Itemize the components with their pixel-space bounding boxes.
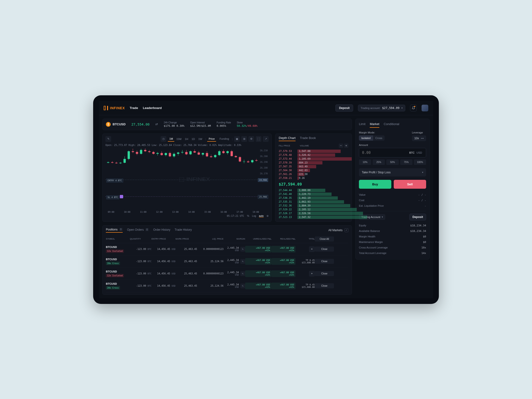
add-tpsl-button[interactable]: + — [309, 271, 315, 277]
chart-scale-Log[interactable]: Log — [252, 215, 256, 217]
margin-mode-option[interactable]: Isolated — [359, 135, 373, 141]
indicator-tool[interactable]: ◷ — [161, 136, 166, 142]
order-info-row: Value- / - — [359, 192, 426, 198]
notifications-button[interactable] — [410, 105, 417, 111]
chart-canvas[interactable]: ⬚ INFINEX 26,21026,20026,19026,18026,170… — [105, 147, 269, 210]
tpsl-expander[interactable]: Take Profit / Stop Loss ▾ — [359, 168, 426, 177]
depth-row[interactable]: 27,529.222,105.12 — [279, 208, 348, 211]
account-info-row: Maintenance Margin$0 — [359, 239, 426, 245]
unit-usd[interactable]: USD — [416, 151, 423, 154]
depth-row[interactable]: 27,579.531,547.88 — [279, 149, 348, 153]
draw-tool[interactable]: ✎ — [105, 136, 111, 142]
order-form-panel: LimitMarketConditional Margin Mode: Isol… — [355, 119, 430, 260]
chart-mode-funding[interactable]: Funding — [218, 136, 230, 142]
positions-tab[interactable]: Open Orders0 — [127, 228, 149, 232]
amount-percent-button[interactable]: 50% — [386, 159, 399, 165]
sidebar-deposit-button[interactable]: Deposit — [409, 214, 426, 220]
all-markets-checkbox[interactable]: ✓ — [344, 228, 348, 232]
positions-tab[interactable]: Order History — [153, 228, 170, 232]
unit-btc[interactable]: BTC — [408, 151, 416, 154]
position-row: BTCUSD12x Isolated -123.00 BTC 14,456.45… — [106, 268, 348, 280]
user-avatar[interactable] — [422, 105, 428, 111]
positions-tab[interactable]: Trade History — [175, 228, 192, 232]
leverage-selector[interactable]: 10x ⊶ — [412, 135, 426, 141]
position-row: BTCUSD28x Cross -123.00 BTC 14,456.45 US… — [106, 255, 348, 268]
depth-row[interactable]: 27,541.401,220.73 — [279, 192, 348, 196]
edit-margin-button[interactable]: ✎ — [240, 271, 245, 276]
depth-row[interactable]: 27,526.172,326.58 — [279, 211, 348, 215]
fullscreen-tool[interactable]: ⛶ — [256, 136, 261, 142]
edit-margin-button[interactable]: ✎ — [240, 284, 245, 288]
svg-rect-51 — [206, 153, 208, 156]
svg-rect-57 — [218, 151, 220, 155]
buy-button[interactable]: Buy — [359, 180, 391, 189]
chart-y-label: 26,180 — [260, 167, 268, 169]
nav-trade[interactable]: Trade — [130, 106, 138, 110]
depth-increase-button[interactable]: + — [344, 144, 348, 148]
swap-icon[interactable]: ⇄ — [155, 122, 158, 126]
depth-row[interactable]: 27,561.26221.30 — [279, 172, 348, 176]
brand-logo[interactable]: INFINEX — [104, 106, 125, 110]
close-position-button[interactable]: Close — [315, 247, 334, 252]
depth-row[interactable]: 27,538.351,442.19 — [279, 196, 348, 200]
nav-leaderboard[interactable]: Leaderboard — [143, 106, 162, 110]
edit-margin-button[interactable]: ✎ — [240, 259, 245, 264]
chart-settings-icon[interactable]: ⚙ — [266, 215, 269, 217]
timeframe-1H[interactable]: 1H — [184, 137, 190, 141]
amount-input[interactable] — [362, 151, 408, 155]
depth-row[interactable]: 27,570.39884.23 — [279, 161, 348, 165]
chart-scale-%[interactable]: % — [247, 215, 249, 217]
timeframe-1D[interactable]: 1D — [190, 137, 196, 141]
sell-button[interactable]: Sell — [394, 180, 426, 189]
pos-col-header: ENTRY PRICE — [152, 238, 176, 240]
timeframe-1W[interactable]: 1W — [197, 137, 204, 141]
pair-selector[interactable]: ₿ BTCUSD — [106, 122, 126, 127]
amount-percent-button[interactable]: 25% — [373, 159, 385, 165]
order-type-tab[interactable]: Conditional — [384, 122, 399, 128]
svg-rect-31 — [165, 153, 167, 155]
compare-tool[interactable]: ⊞ — [241, 136, 247, 142]
depth-row[interactable]: 27,523.132,547.32 — [279, 215, 348, 219]
sl-close-button[interactable] — [120, 195, 123, 198]
chart-mode-price[interactable]: Price — [207, 136, 216, 142]
depth-row[interactable]: 27,573.441,105.69 — [279, 157, 348, 161]
deposit-button[interactable]: Deposit — [335, 104, 353, 112]
chart-scale-auto[interactable]: auto — [259, 215, 264, 217]
svg-rect-33 — [169, 153, 171, 156]
add-tpsl-button[interactable]: + — [309, 246, 315, 252]
account-selector[interactable]: Trading account: $27,594.09 ▾ — [358, 105, 405, 111]
timeframe-1M[interactable]: 1M — [168, 136, 174, 142]
depth-row[interactable]: 27,535.311,662.93 — [279, 200, 348, 204]
depth-tab[interactable]: Trade Book — [300, 136, 316, 141]
close-all-button[interactable]: Close All — [315, 236, 334, 241]
amount-percent-button[interactable]: 10% — [359, 159, 371, 165]
edit-margin-button[interactable]: ✎ — [240, 247, 245, 252]
close-position-button[interactable]: Close — [315, 283, 334, 288]
depth-row[interactable]: 27,544.441,000.00 — [279, 189, 348, 192]
close-position-button[interactable]: Close — [315, 271, 334, 276]
snapshot-tool[interactable]: ▣ — [234, 136, 240, 142]
close-position-button[interactable]: Close — [315, 259, 334, 264]
depth-row[interactable]: 27,576.481,326.42 — [279, 153, 348, 157]
margin-mode-toggle[interactable]: IsolatedCross — [359, 135, 385, 141]
order-type-tab[interactable]: Limit — [359, 122, 365, 128]
depth-row[interactable]: 27,532.361,884.39 — [279, 204, 348, 208]
svg-rect-69 — [243, 161, 245, 162]
depth-tab[interactable]: Depth Chart — [279, 136, 296, 141]
settings-tool[interactable]: ⚙ — [248, 136, 254, 142]
amount-percent-button[interactable]: 75% — [400, 159, 412, 165]
svg-rect-19 — [140, 150, 142, 154]
svg-rect-75 — [255, 160, 257, 161]
depth-row[interactable]: 27,564.30442.03 — [279, 169, 348, 172]
depth-decrease-button[interactable]: − — [339, 144, 343, 148]
chart-x-label: 17:00 — [236, 211, 243, 213]
amount-percent-button[interactable]: 100% — [414, 159, 426, 165]
timeframe-15M[interactable]: 15M — [175, 137, 183, 141]
brand-name: INFINEX — [110, 106, 125, 110]
positions-tab[interactable]: Positions0 — [106, 228, 123, 233]
depth-row[interactable]: 27,567.35663.49 — [279, 165, 348, 169]
share-tool[interactable]: ↗ — [263, 136, 269, 142]
margin-mode-option[interactable]: Cross — [373, 135, 385, 141]
order-type-tab[interactable]: Market — [370, 122, 379, 128]
depth-row[interactable]: 27,558.210.16 — [279, 176, 348, 180]
